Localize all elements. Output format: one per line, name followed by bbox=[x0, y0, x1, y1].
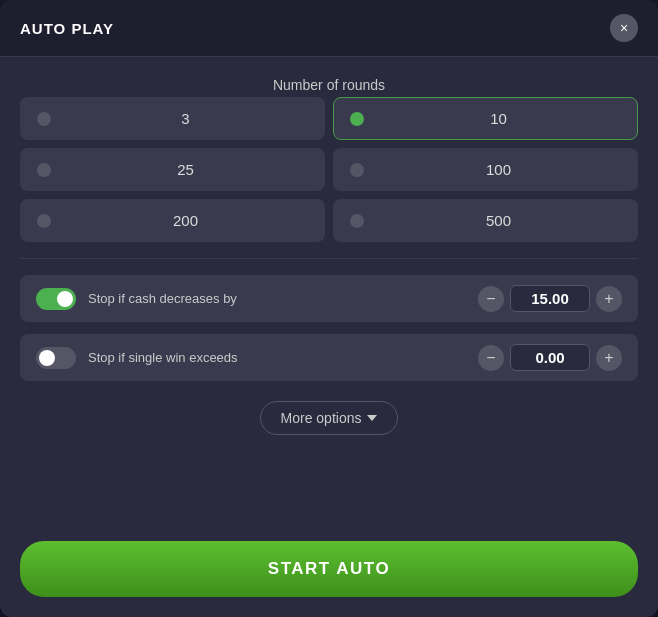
round-value-25: 25 bbox=[63, 161, 308, 178]
more-options-button[interactable]: More options bbox=[260, 401, 399, 435]
close-button[interactable]: × bbox=[610, 14, 638, 42]
stop-cash-toggle[interactable] bbox=[36, 288, 76, 310]
radio-dot-3 bbox=[37, 112, 51, 126]
stop-cash-row: Stop if cash decreases by − 15.00 + bbox=[20, 275, 638, 322]
rounds-grid: 3 10 25 100 200 bbox=[20, 97, 638, 242]
round-value-100: 100 bbox=[376, 161, 621, 178]
round-option-200[interactable]: 200 bbox=[20, 199, 325, 242]
rounds-label: Number of rounds bbox=[20, 77, 638, 93]
round-option-25[interactable]: 25 bbox=[20, 148, 325, 191]
more-options-label: More options bbox=[281, 410, 362, 426]
stop-cash-control: − 15.00 + bbox=[478, 285, 622, 312]
rounds-section: Number of rounds 3 10 25 1 bbox=[20, 77, 638, 242]
chevron-down-icon bbox=[367, 415, 377, 421]
radio-dot-100 bbox=[350, 163, 364, 177]
round-option-100[interactable]: 100 bbox=[333, 148, 638, 191]
stop-win-row: Stop if single win exceeds − 0.00 + bbox=[20, 334, 638, 381]
stop-win-thumb bbox=[39, 350, 55, 366]
round-option-500[interactable]: 500 bbox=[333, 199, 638, 242]
stop-win-plus[interactable]: + bbox=[596, 345, 622, 371]
round-value-3: 3 bbox=[63, 110, 308, 127]
round-option-10[interactable]: 10 bbox=[333, 97, 638, 140]
more-options-area: More options bbox=[20, 393, 638, 443]
stop-win-minus[interactable]: − bbox=[478, 345, 504, 371]
round-value-10: 10 bbox=[376, 110, 621, 127]
stop-cash-minus[interactable]: − bbox=[478, 286, 504, 312]
radio-dot-500 bbox=[350, 214, 364, 228]
divider-1 bbox=[20, 258, 638, 259]
radio-dot-200 bbox=[37, 214, 51, 228]
stop-cash-label: Stop if cash decreases by bbox=[88, 291, 466, 306]
radio-dot-10 bbox=[350, 112, 364, 126]
modal-body: Number of rounds 3 10 25 1 bbox=[0, 57, 658, 541]
stop-win-toggle[interactable] bbox=[36, 347, 76, 369]
start-auto-button[interactable]: START AUTO bbox=[20, 541, 638, 597]
stop-win-value: 0.00 bbox=[510, 344, 590, 371]
modal-title: AUTO PLAY bbox=[20, 20, 114, 37]
radio-dot-25 bbox=[37, 163, 51, 177]
round-value-500: 500 bbox=[376, 212, 621, 229]
autoplay-modal: AUTO PLAY × Number of rounds 3 10 bbox=[0, 0, 658, 617]
round-option-3[interactable]: 3 bbox=[20, 97, 325, 140]
stop-win-control: − 0.00 + bbox=[478, 344, 622, 371]
stop-cash-value: 15.00 bbox=[510, 285, 590, 312]
round-value-200: 200 bbox=[63, 212, 308, 229]
modal-header: AUTO PLAY × bbox=[0, 0, 658, 57]
stop-cash-plus[interactable]: + bbox=[596, 286, 622, 312]
stop-win-label: Stop if single win exceeds bbox=[88, 350, 466, 365]
stop-cash-thumb bbox=[57, 291, 73, 307]
